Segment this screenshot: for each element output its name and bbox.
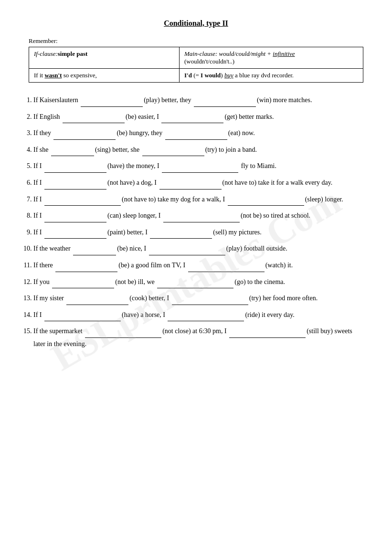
blank-8a[interactable] [44, 222, 106, 222]
exercise-item-5: If I (have) the money, I fly to Miami. [33, 160, 363, 173]
blank-2b[interactable] [161, 123, 223, 123]
grammar-table: If-clause:simple past Main-clause: would… [29, 47, 363, 83]
exercise-item-12: If you (not be) ill, we (go) to the cine… [33, 276, 363, 289]
blank-8b[interactable] [163, 222, 240, 222]
blank-10b[interactable] [149, 255, 225, 255]
exercise-item-9: If I (paint) better, I (sell) my picture… [33, 226, 363, 239]
exercise-item-15: If the supermarket (not close) at 6:30 p… [33, 325, 363, 350]
blank-2a[interactable] [63, 123, 125, 123]
ex5-text: If I (have) the money, I fly to Miami. [33, 162, 276, 169]
blank-14b[interactable] [168, 321, 244, 321]
blank-15a[interactable] [85, 337, 161, 338]
blank-12b[interactable] [157, 288, 233, 288]
blank-5b[interactable] [162, 172, 238, 173]
blank-15b[interactable] [229, 337, 306, 338]
blank-1b[interactable] [194, 106, 256, 107]
blank-9b[interactable] [150, 238, 212, 239]
blank-7a[interactable] [44, 205, 121, 206]
ex7-text: If I (not have to) take my dog for a wal… [33, 196, 343, 203]
left-example: If it wasn't so expensive, [34, 72, 97, 79]
ex3-text: If they (be) hungry, they (eat) now. [33, 129, 255, 137]
blank-10a[interactable] [73, 255, 116, 255]
exercise-item-6: If I (not have) a dog, I (not have to) t… [33, 177, 363, 190]
blank-1a[interactable] [81, 106, 143, 107]
right-header: Main-clause: would/could/might + infinit… [184, 50, 295, 57]
exercises-list: If Kaiserslautern (play) better, they (w… [29, 94, 363, 351]
remember-label: Remember: [29, 37, 363, 45]
blank-6b[interactable] [159, 189, 222, 190]
blank-4b[interactable] [142, 156, 204, 156]
exercise-item-14: If I (have) a horse, I (ride) it every d… [33, 309, 363, 322]
blank-13b[interactable] [172, 305, 248, 305]
blank-14a[interactable] [44, 321, 121, 321]
page-title: Conditional, type II [29, 19, 363, 28]
blank-7b[interactable] [228, 205, 304, 206]
blank-11a[interactable] [55, 272, 117, 272]
ex15-text: If the supermarket (not close) at 6:30 p… [33, 327, 352, 347]
ex11-text: If there (be) a good film on TV, I (watc… [33, 262, 293, 269]
blank-3a[interactable] [53, 139, 116, 140]
left-header-italic: If-clause: [34, 50, 58, 57]
blank-13a[interactable] [66, 305, 128, 305]
blank-6a[interactable] [44, 189, 106, 190]
exercise-item-3: If they (be) hungry, they (eat) now. [33, 127, 363, 140]
exercise-item-1: If Kaiserslautern (play) better, they (w… [33, 94, 363, 107]
blank-5a[interactable] [44, 172, 106, 173]
blank-12a[interactable] [52, 288, 114, 288]
blank-3b[interactable] [165, 139, 227, 140]
ex6-text: If I (not have) a dog, I (not have to) t… [33, 179, 332, 186]
blank-11b[interactable] [188, 272, 265, 272]
exercise-item-10: If the weather (be) nice, I (play) footb… [33, 242, 363, 255]
ex14-text: If I (have) a horse, I (ride) it every d… [33, 311, 295, 318]
right-header-sub: (wouldn't/couldn't..) [184, 58, 234, 65]
ex13-text: If my sister (cook) better, I (try) her … [33, 295, 318, 302]
ex1-text: If Kaiserslautern (play) better, they (w… [33, 96, 312, 104]
blank-4a[interactable] [51, 156, 94, 156]
right-example: I'd (= I would) buy a blue ray dvd recor… [184, 72, 294, 79]
exercise-item-8: If I (can) sleep longer, I (not be) so t… [33, 210, 363, 222]
exercise-item-7: If I (not have to) take my dog for a wal… [33, 193, 363, 206]
left-header-bold: simple past [58, 50, 87, 57]
ex4-text: If she (sing) better, she (try) to join … [33, 146, 257, 153]
blank-9a[interactable] [44, 238, 106, 239]
ex2-text: If English (be) easier, I (get) better m… [33, 113, 274, 120]
ex9-text: If I (paint) better, I (sell) my picture… [33, 229, 262, 236]
exercise-item-11: If there (be) a good film on TV, I (watc… [33, 259, 363, 272]
exercise-item-13: If my sister (cook) better, I (try) her … [33, 292, 363, 305]
exercise-item-2: If English (be) easier, I (get) better m… [33, 111, 363, 124]
ex10-text: If the weather (be) nice, I (play) footb… [33, 245, 287, 252]
ex12-text: If you (not be) ill, we (go) to the cine… [33, 278, 285, 285]
exercise-item-4: If she (sing) better, she (try) to join … [33, 144, 363, 157]
ex8-text: If I (can) sleep longer, I (not be) so t… [33, 212, 310, 219]
